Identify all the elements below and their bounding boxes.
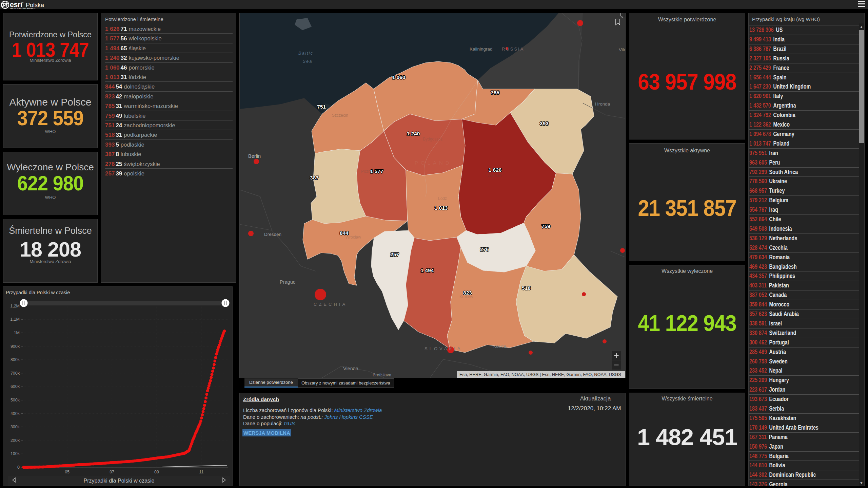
svg-text:Dresden: Dresden [264,232,281,237]
svg-text:THE SCIENCE OF WHERE™: THE SCIENCE OF WHERE™ [10,7,36,10]
svg-text:Bratislava: Bratislava [373,373,391,377]
svg-text:600k: 600k [11,384,20,389]
svg-text:1,1M: 1,1M [10,317,20,322]
svg-text:844: 844 [340,230,349,236]
svg-text:785: 785 [491,90,499,95]
svg-text:518: 518 [522,285,531,291]
svg-text:400k: 400k [11,411,20,416]
svg-text:1M: 1M [14,331,20,335]
svg-text:Przypadki dla Polski w czasie: Przypadki dla Polski w czasie [6,290,70,295]
svg-text:900k: 900k [11,344,20,349]
svg-text:1 013: 1 013 [435,205,448,211]
svg-text:Kosice: Kosice [493,344,506,349]
svg-text:500k: 500k [11,398,20,402]
svg-text:09: 09 [154,470,159,474]
svg-text:1 577: 1 577 [370,168,383,174]
svg-text:759: 759 [541,223,550,229]
svg-text:1 626: 1 626 [489,167,502,173]
svg-text:1 240: 1 240 [407,131,420,136]
svg-text:Prague: Prague [280,279,296,285]
svg-text:05: 05 [65,470,70,474]
svg-text:Hronda: Hronda [595,101,610,107]
svg-text:11: 11 [199,470,204,474]
svg-text:Szczecin: Szczecin [332,113,348,118]
svg-text:Vilni: Vilni [619,47,626,52]
svg-text:®: ® [22,2,23,4]
svg-text:1 494: 1 494 [421,267,434,273]
svg-text:751: 751 [317,104,326,110]
svg-text:CZECHIA: CZECHIA [314,302,347,307]
svg-text:700k: 700k [11,371,20,376]
svg-text:800k: 800k [11,357,20,362]
svg-text:Warsaw: Warsaw [487,173,502,178]
svg-text:Esri, HERE, Garmin, FAO, NOAA,: Esri, HERE, Garmin, FAO, NOAA, USGS | Es… [459,372,621,377]
svg-text:0: 0 [17,465,20,470]
svg-text:07: 07 [110,470,114,474]
svg-text:276: 276 [480,246,489,252]
svg-text:Lodz: Lodz [438,196,447,201]
svg-text:POLAND: POLAND [415,160,452,166]
svg-text:823: 823 [463,290,472,296]
svg-text:200k: 200k [11,438,20,443]
svg-text:Przypadki dla Polski w czasie: Przypadki dla Polski w czasie [84,478,155,484]
svg-text:Sea: Sea [302,59,312,64]
svg-text:SLOVAKIA: SLOVAKIA [425,346,462,351]
svg-text:Kaliningrad: Kaliningrad [470,46,493,52]
svg-text:Berlin: Berlin [248,153,261,159]
svg-text:393: 393 [540,120,549,126]
svg-text:RUSSIA: RUSSIA [502,46,524,52]
svg-text:Vienna: Vienna [343,366,359,371]
svg-text:257: 257 [390,251,399,257]
svg-text:100k: 100k [11,451,20,456]
svg-text:1 060: 1 060 [392,74,406,80]
svg-text:300k: 300k [11,425,20,429]
svg-text:387: 387 [310,175,319,181]
svg-text:1,2M: 1,2M [10,304,20,308]
svg-text:Baltic: Baltic [298,51,313,56]
